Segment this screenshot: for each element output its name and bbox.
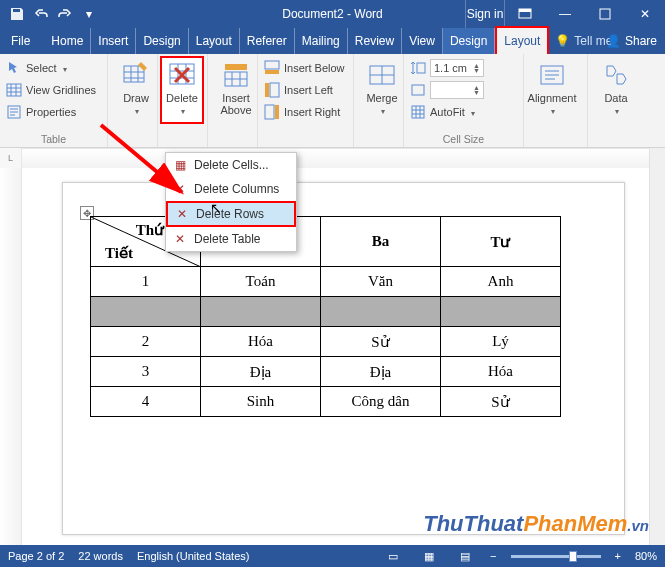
svg-rect-3 — [7, 84, 21, 96]
svg-rect-18 — [412, 106, 424, 118]
tab-insert[interactable]: Insert — [91, 28, 136, 54]
tab-review[interactable]: Review — [348, 28, 402, 54]
page-indicator[interactable]: Page 2 of 2 — [8, 550, 64, 562]
mouse-cursor-icon: ↖ — [210, 200, 222, 216]
close-button[interactable]: ✕ — [625, 0, 665, 28]
zoom-level[interactable]: 80% — [635, 550, 657, 562]
table-cell[interactable]: Ba — [321, 217, 441, 267]
ribbon-tabs: File Home Insert Design Layout Referer M… — [0, 28, 665, 54]
svg-rect-11 — [270, 83, 279, 97]
tab-design[interactable]: Design — [136, 28, 188, 54]
table-row[interactable]: 2HóaSửLý — [91, 327, 561, 357]
delete-table-icon — [167, 60, 197, 90]
svg-rect-2 — [600, 9, 610, 19]
undo-icon[interactable] — [30, 3, 52, 25]
print-layout-icon[interactable]: ▦ — [418, 550, 440, 563]
svg-rect-5 — [124, 66, 144, 82]
minimize-button[interactable]: ― — [545, 0, 585, 28]
svg-rect-10 — [265, 70, 279, 74]
maximize-button[interactable] — [585, 0, 625, 28]
share-button[interactable]: 👤Share — [606, 34, 657, 48]
svg-rect-12 — [265, 83, 269, 97]
table-row[interactable]: 3ĐịaĐịaHóa — [91, 357, 561, 387]
document-area[interactable]: ✥ Thứ Tiết Hai Ba Tư 1ToánVănAnh 2HóaSửL… — [22, 168, 665, 545]
svg-line-21 — [101, 125, 181, 192]
table-row[interactable]: Thứ Tiết Hai Ba Tư — [91, 217, 561, 267]
title-bar: ▾ Document2 - Word Sign in ― ✕ — [0, 0, 665, 28]
alignment-button[interactable]: Alignment — [530, 58, 574, 126]
merge-cells-icon — [367, 60, 397, 90]
draw-button[interactable]: Draw — [114, 58, 158, 126]
annotation-arrow — [86, 120, 216, 220]
tab-references[interactable]: Referer — [240, 28, 295, 54]
delete-table-item[interactable]: ✕Delete Table — [166, 227, 296, 251]
tab-table-design[interactable]: Design — [443, 28, 495, 54]
insert-below-button[interactable]: Insert Below — [264, 58, 347, 78]
tab-file[interactable]: File — [4, 28, 44, 54]
insert-above-button[interactable]: InsertAbove — [214, 58, 258, 126]
workspace: ✥ Thứ Tiết Hai Ba Tư 1ToánVănAnh 2HóaSửL… — [0, 168, 665, 545]
zoom-out-button[interactable]: − — [490, 550, 496, 562]
window-title: Document2 - Word — [282, 7, 382, 21]
height-icon — [410, 60, 426, 76]
row-height-field[interactable]: 1.1 cm▲▼ — [410, 58, 517, 78]
lightbulb-icon: 💡 — [555, 34, 570, 48]
table-row[interactable]: 4SinhCông dânSử — [91, 387, 561, 417]
read-mode-icon[interactable]: ▭ — [382, 550, 404, 563]
zoom-in-button[interactable]: + — [615, 550, 621, 562]
col-width-field[interactable]: ▲▼ — [410, 80, 517, 100]
insert-left-button[interactable]: Insert Left — [264, 80, 347, 100]
width-icon — [410, 82, 426, 98]
svg-rect-17 — [412, 85, 424, 95]
data-button[interactable]: Data — [594, 58, 638, 126]
zoom-slider[interactable] — [511, 555, 601, 558]
redo-icon[interactable] — [54, 3, 76, 25]
select-button[interactable]: Select — [6, 58, 101, 78]
tab-view[interactable]: View — [402, 28, 443, 54]
data-icon — [601, 60, 631, 90]
vertical-scrollbar[interactable] — [649, 148, 665, 545]
insert-left-icon — [264, 82, 280, 98]
properties-button[interactable]: Properties — [6, 102, 101, 122]
merge-button[interactable]: Merge — [360, 58, 404, 126]
document-table[interactable]: Thứ Tiết Hai Ba Tư 1ToánVănAnh 2HóaSửLý … — [90, 216, 561, 417]
vertical-ruler[interactable] — [0, 168, 22, 545]
svg-rect-1 — [519, 9, 531, 12]
svg-rect-8 — [225, 64, 247, 70]
insert-above-icon — [221, 60, 251, 90]
properties-icon — [6, 104, 22, 120]
svg-rect-14 — [275, 105, 279, 119]
web-layout-icon[interactable]: ▤ — [454, 550, 476, 563]
autofit-icon — [410, 104, 426, 120]
tab-home[interactable]: Home — [44, 28, 91, 54]
group-title-cellsize: Cell Size — [410, 131, 517, 145]
tab-mailings[interactable]: Mailing — [295, 28, 348, 54]
autofit-button[interactable]: AutoFit — [410, 102, 517, 122]
cursor-icon — [6, 60, 22, 76]
save-icon[interactable] — [6, 3, 28, 25]
tab-selector[interactable]: L — [0, 148, 22, 168]
delete-button[interactable]: Delete — [160, 56, 204, 124]
ribbon-display-icon[interactable] — [505, 0, 545, 28]
word-count[interactable]: 22 words — [78, 550, 123, 562]
tab-table-layout[interactable]: Layout — [495, 26, 549, 54]
table-cell[interactable]: Tư — [441, 217, 561, 267]
svg-rect-16 — [417, 63, 425, 73]
tab-layout[interactable]: Layout — [189, 28, 240, 54]
svg-rect-13 — [265, 105, 274, 119]
grid-icon — [6, 82, 22, 98]
language-indicator[interactable]: English (United States) — [137, 550, 250, 562]
svg-rect-9 — [265, 61, 279, 69]
insert-right-icon — [264, 104, 280, 120]
table-row-selected[interactable] — [91, 297, 561, 327]
draw-table-icon — [121, 60, 151, 90]
view-gridlines-button[interactable]: View Gridlines — [6, 80, 101, 100]
status-bar: Page 2 of 2 22 words English (United Sta… — [0, 545, 665, 567]
qat-more-icon[interactable]: ▾ — [78, 3, 100, 25]
table-row[interactable]: 1ToánVănAnh — [91, 267, 561, 297]
alignment-icon — [537, 60, 567, 90]
tell-me[interactable]: 💡Tell me — [555, 34, 612, 48]
sign-in-button[interactable]: Sign in — [465, 0, 505, 28]
insert-right-button[interactable]: Insert Right — [264, 102, 347, 122]
insert-below-icon — [264, 60, 280, 76]
